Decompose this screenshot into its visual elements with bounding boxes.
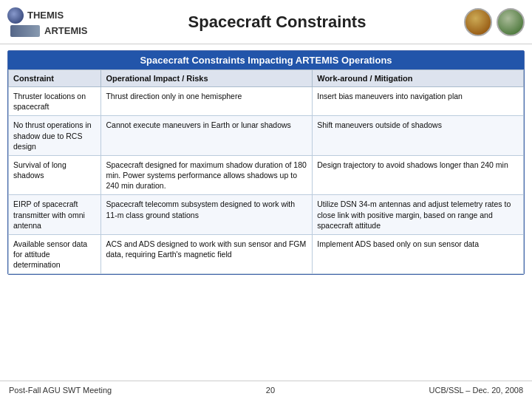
partner-logos bbox=[451, 8, 525, 36]
col-header-workaround: Work-around / Mitigation bbox=[313, 70, 524, 87]
page-header: THEMIS ARTEMIS Spacecraft Constraints bbox=[0, 0, 532, 44]
cell-impact-1: Cannot execute maneuvers in Earth or lun… bbox=[101, 116, 313, 156]
footer-center: 20 bbox=[266, 386, 275, 395]
cell-workaround-3: Utilize DSN 34-m antennas and adjust tel… bbox=[313, 195, 524, 235]
cell-impact-4: ACS and ADS designed to work with sun se… bbox=[101, 234, 313, 274]
table-row: EIRP of spacecraft transmitter with omni… bbox=[9, 195, 524, 235]
table-row: Thruster locations on spacecraftThrust d… bbox=[9, 87, 524, 116]
table-row: Available sensor data for attitude deter… bbox=[9, 234, 524, 274]
table-row: Survival of long shadowsSpacecraft desig… bbox=[9, 155, 524, 195]
constraints-table-container: Spacecraft Constraints Impacting ARTEMIS… bbox=[7, 50, 525, 275]
cell-constraint-0: Thruster locations on spacecraft bbox=[9, 87, 101, 116]
themis-logo-dot bbox=[7, 7, 24, 24]
footer-right: UCB/SSL – Dec. 20, 2008 bbox=[429, 386, 523, 395]
cell-impact-2: Spacecraft designed for maximum shadow d… bbox=[101, 155, 313, 195]
cell-workaround-1: Shift maneuvers outside of shadows bbox=[313, 116, 524, 156]
col-header-constraint: Constraint bbox=[9, 70, 101, 87]
themis-logo: THEMIS bbox=[7, 7, 103, 24]
cell-constraint-2: Survival of long shadows bbox=[9, 155, 101, 195]
artemis-logo: ARTEMIS bbox=[7, 25, 103, 37]
table-header-row: Constraint Operational Impact / Risks Wo… bbox=[9, 70, 524, 87]
cell-workaround-4: Implement ADS based only on sun sensor d… bbox=[313, 234, 524, 274]
artemis-logo-img bbox=[10, 25, 40, 37]
cell-constraint-1: No thrust operations in shadow due to RC… bbox=[9, 116, 101, 156]
themis-label: THEMIS bbox=[27, 10, 64, 21]
cell-constraint-3: EIRP of spacecraft transmitter with omni… bbox=[9, 195, 101, 235]
constraints-table: Constraint Operational Impact / Risks Wo… bbox=[8, 69, 524, 274]
artemis-label: ARTEMIS bbox=[44, 25, 88, 36]
table-row: No thrust operations in shadow due to RC… bbox=[9, 116, 524, 156]
cell-constraint-4: Available sensor data for attitude deter… bbox=[9, 234, 101, 274]
page-footer: Post-Fall AGU SWT Meeting 20 UCB/SSL – D… bbox=[0, 381, 532, 399]
table-header: Constraint Operational Impact / Risks Wo… bbox=[9, 70, 524, 87]
cell-impact-3: Spacecraft telecomm subsystem designed t… bbox=[101, 195, 313, 235]
page-title: Spacecraft Constraints bbox=[103, 13, 451, 32]
main-content: Spacecraft Constraints Impacting ARTEMIS… bbox=[0, 44, 532, 279]
cell-workaround-2: Design trajectory to avoid shadows longe… bbox=[313, 155, 524, 195]
partner-logo-2 bbox=[497, 8, 525, 36]
table-body: Thruster locations on spacecraftThrust d… bbox=[9, 87, 524, 274]
table-title: Spacecraft Constraints Impacting ARTEMIS… bbox=[8, 51, 524, 69]
cell-impact-0: Thrust direction only in one hemisphere bbox=[101, 87, 313, 116]
footer-left: Post-Fall AGU SWT Meeting bbox=[9, 386, 112, 395]
partner-logo-1 bbox=[464, 8, 492, 36]
logo-area: THEMIS ARTEMIS bbox=[7, 7, 103, 37]
col-header-impact: Operational Impact / Risks bbox=[101, 70, 313, 87]
cell-workaround-0: Insert bias maneuvers into navigation pl… bbox=[313, 87, 524, 116]
